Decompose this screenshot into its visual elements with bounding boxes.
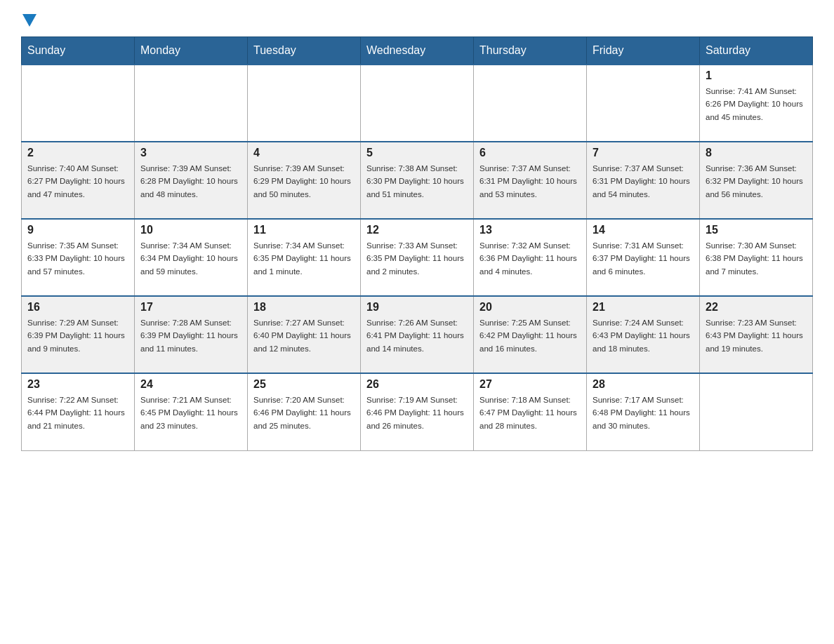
day-info: Sunrise: 7:38 AM Sunset: 6:30 PM Dayligh… — [366, 162, 468, 201]
day-number: 10 — [140, 224, 241, 236]
day-number: 9 — [27, 224, 128, 236]
day-info: Sunrise: 7:25 AM Sunset: 6:42 PM Dayligh… — [479, 316, 581, 355]
day-info: Sunrise: 7:41 AM Sunset: 6:26 PM Dayligh… — [706, 85, 807, 123]
calendar-cell: 16Sunrise: 7:29 AM Sunset: 6:39 PM Dayli… — [22, 296, 135, 373]
logo — [21, 14, 38, 24]
calendar-cell: 7Sunrise: 7:37 AM Sunset: 6:31 PM Daylig… — [587, 142, 700, 219]
calendar-cell: 25Sunrise: 7:20 AM Sunset: 6:46 PM Dayli… — [248, 373, 361, 450]
day-number: 24 — [140, 378, 241, 391]
day-info: Sunrise: 7:24 AM Sunset: 6:43 PM Dayligh… — [593, 316, 694, 355]
calendar-cell: 11Sunrise: 7:34 AM Sunset: 6:35 PM Dayli… — [248, 219, 361, 296]
calendar-cell — [587, 65, 700, 142]
day-number: 8 — [706, 147, 807, 159]
week-row-5: 23Sunrise: 7:22 AM Sunset: 6:44 PM Dayli… — [22, 373, 813, 450]
day-number: 2 — [27, 147, 128, 159]
calendar-cell — [361, 65, 474, 142]
day-info: Sunrise: 7:39 AM Sunset: 6:28 PM Dayligh… — [140, 162, 241, 201]
calendar-cell — [700, 373, 813, 450]
calendar-cell: 24Sunrise: 7:21 AM Sunset: 6:45 PM Dayli… — [135, 373, 248, 450]
calendar-cell: 20Sunrise: 7:25 AM Sunset: 6:42 PM Dayli… — [474, 296, 587, 373]
day-number: 4 — [253, 147, 355, 159]
day-number: 21 — [593, 301, 694, 314]
day-number: 23 — [27, 378, 128, 391]
day-info: Sunrise: 7:34 AM Sunset: 6:34 PM Dayligh… — [140, 239, 241, 278]
day-info: Sunrise: 7:21 AM Sunset: 6:45 PM Dayligh… — [140, 394, 241, 432]
calendar-cell: 9Sunrise: 7:35 AM Sunset: 6:33 PM Daylig… — [22, 219, 135, 296]
calendar-cell: 1Sunrise: 7:41 AM Sunset: 6:26 PM Daylig… — [700, 65, 813, 142]
day-info: Sunrise: 7:35 AM Sunset: 6:33 PM Dayligh… — [27, 239, 128, 278]
day-info: Sunrise: 7:26 AM Sunset: 6:41 PM Dayligh… — [366, 316, 468, 355]
day-number: 15 — [706, 224, 807, 236]
week-row-4: 16Sunrise: 7:29 AM Sunset: 6:39 PM Dayli… — [22, 296, 813, 373]
calendar-cell: 26Sunrise: 7:19 AM Sunset: 6:46 PM Dayli… — [361, 373, 474, 450]
calendar-cell: 2Sunrise: 7:40 AM Sunset: 6:27 PM Daylig… — [22, 142, 135, 219]
day-info: Sunrise: 7:17 AM Sunset: 6:48 PM Dayligh… — [593, 394, 694, 432]
day-number: 20 — [479, 301, 581, 314]
day-info: Sunrise: 7:34 AM Sunset: 6:35 PM Dayligh… — [253, 239, 355, 278]
calendar-cell: 4Sunrise: 7:39 AM Sunset: 6:29 PM Daylig… — [248, 142, 361, 219]
calendar-cell: 3Sunrise: 7:39 AM Sunset: 6:28 PM Daylig… — [135, 142, 248, 219]
day-info: Sunrise: 7:37 AM Sunset: 6:31 PM Dayligh… — [593, 162, 694, 201]
calendar-cell — [22, 65, 135, 142]
week-row-3: 9Sunrise: 7:35 AM Sunset: 6:33 PM Daylig… — [22, 219, 813, 296]
day-info: Sunrise: 7:33 AM Sunset: 6:35 PM Dayligh… — [366, 239, 468, 278]
weekday-header-row: SundayMondayTuesdayWednesdayThursdayFrid… — [22, 37, 813, 65]
week-row-1: 1Sunrise: 7:41 AM Sunset: 6:26 PM Daylig… — [22, 65, 813, 142]
day-info: Sunrise: 7:30 AM Sunset: 6:38 PM Dayligh… — [706, 239, 807, 278]
weekday-header-wednesday: Wednesday — [361, 37, 474, 65]
week-row-2: 2Sunrise: 7:40 AM Sunset: 6:27 PM Daylig… — [22, 142, 813, 219]
calendar-cell — [135, 65, 248, 142]
logo-triangle-icon — [22, 14, 37, 27]
day-number: 14 — [593, 224, 694, 236]
weekday-header-sunday: Sunday — [22, 37, 135, 65]
day-number: 25 — [253, 378, 355, 391]
calendar-cell: 10Sunrise: 7:34 AM Sunset: 6:34 PM Dayli… — [135, 219, 248, 296]
day-number: 27 — [479, 378, 581, 391]
calendar-cell: 5Sunrise: 7:38 AM Sunset: 6:30 PM Daylig… — [361, 142, 474, 219]
day-number: 17 — [140, 301, 241, 314]
day-number: 16 — [27, 301, 128, 314]
day-info: Sunrise: 7:20 AM Sunset: 6:46 PM Dayligh… — [253, 394, 355, 432]
day-number: 26 — [366, 378, 468, 391]
day-number: 11 — [253, 224, 355, 236]
day-number: 5 — [366, 147, 468, 159]
day-info: Sunrise: 7:22 AM Sunset: 6:44 PM Dayligh… — [27, 394, 128, 432]
day-info: Sunrise: 7:29 AM Sunset: 6:39 PM Dayligh… — [27, 316, 128, 355]
day-info: Sunrise: 7:18 AM Sunset: 6:47 PM Dayligh… — [479, 394, 581, 432]
day-number: 13 — [479, 224, 581, 236]
day-info: Sunrise: 7:39 AM Sunset: 6:29 PM Dayligh… — [253, 162, 355, 201]
day-info: Sunrise: 7:31 AM Sunset: 6:37 PM Dayligh… — [593, 239, 694, 278]
day-info: Sunrise: 7:37 AM Sunset: 6:31 PM Dayligh… — [479, 162, 581, 201]
day-number: 6 — [479, 147, 581, 159]
weekday-header-monday: Monday — [135, 37, 248, 65]
calendar-cell — [248, 65, 361, 142]
calendar-cell: 8Sunrise: 7:36 AM Sunset: 6:32 PM Daylig… — [700, 142, 813, 219]
day-info: Sunrise: 7:19 AM Sunset: 6:46 PM Dayligh… — [366, 394, 468, 432]
day-info: Sunrise: 7:32 AM Sunset: 6:36 PM Dayligh… — [479, 239, 581, 278]
calendar-cell: 19Sunrise: 7:26 AM Sunset: 6:41 PM Dayli… — [361, 296, 474, 373]
calendar-cell: 12Sunrise: 7:33 AM Sunset: 6:35 PM Dayli… — [361, 219, 474, 296]
calendar-cell: 14Sunrise: 7:31 AM Sunset: 6:37 PM Dayli… — [587, 219, 700, 296]
day-info: Sunrise: 7:23 AM Sunset: 6:43 PM Dayligh… — [706, 316, 807, 355]
calendar-cell: 21Sunrise: 7:24 AM Sunset: 6:43 PM Dayli… — [587, 296, 700, 373]
calendar-cell: 23Sunrise: 7:22 AM Sunset: 6:44 PM Dayli… — [22, 373, 135, 450]
calendar-cell: 6Sunrise: 7:37 AM Sunset: 6:31 PM Daylig… — [474, 142, 587, 219]
calendar-cell: 28Sunrise: 7:17 AM Sunset: 6:48 PM Dayli… — [587, 373, 700, 450]
weekday-header-thursday: Thursday — [474, 37, 587, 65]
day-info: Sunrise: 7:27 AM Sunset: 6:40 PM Dayligh… — [253, 316, 355, 355]
day-number: 22 — [706, 301, 807, 314]
day-number: 3 — [140, 147, 241, 159]
weekday-header-tuesday: Tuesday — [248, 37, 361, 65]
calendar-cell: 18Sunrise: 7:27 AM Sunset: 6:40 PM Dayli… — [248, 296, 361, 373]
day-number: 28 — [593, 378, 694, 391]
weekday-header-saturday: Saturday — [700, 37, 813, 65]
day-number: 12 — [366, 224, 468, 236]
page-header — [21, 14, 813, 24]
day-number: 7 — [593, 147, 694, 159]
weekday-header-friday: Friday — [587, 37, 700, 65]
calendar-cell: 15Sunrise: 7:30 AM Sunset: 6:38 PM Dayli… — [700, 219, 813, 296]
day-info: Sunrise: 7:40 AM Sunset: 6:27 PM Dayligh… — [27, 162, 128, 201]
day-number: 1 — [706, 69, 807, 82]
calendar-table: SundayMondayTuesdayWednesdayThursdayFrid… — [21, 36, 813, 451]
calendar-cell: 17Sunrise: 7:28 AM Sunset: 6:39 PM Dayli… — [135, 296, 248, 373]
